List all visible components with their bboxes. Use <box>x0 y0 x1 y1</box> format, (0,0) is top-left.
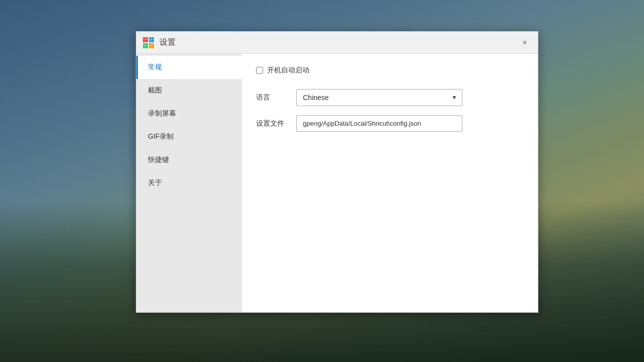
sidebar-item-screenshot[interactable]: 截图 <box>136 79 242 102</box>
sidebar-item-general[interactable]: 常规 <box>136 56 242 79</box>
close-button[interactable]: × <box>518 36 532 50</box>
main-panel: 开机自动启动 语言 Chinese English 日本語 한국어 ▼ <box>242 54 538 312</box>
autostart-row: 开机自动启动 <box>256 66 524 75</box>
language-row: 语言 Chinese English 日本語 한국어 ▼ <box>256 89 524 106</box>
app-icon <box>142 37 154 49</box>
language-control: Chinese English 日本語 한국어 ▼ <box>296 89 524 106</box>
dialog-content: 常规 截图 录制屏幕 GIF录制 快捷键 关于 开机自动启动 <box>136 54 538 312</box>
config-label: 设置文件 <box>256 119 296 128</box>
dialog-title: 设置 <box>159 37 518 48</box>
sidebar-item-screen-record[interactable]: 录制屏幕 <box>136 102 242 125</box>
sidebar-item-shortcuts[interactable]: 快捷键 <box>136 148 242 171</box>
config-control <box>296 115 524 132</box>
autostart-checkbox[interactable] <box>256 67 263 74</box>
sidebar-item-about[interactable]: 关于 <box>136 171 242 195</box>
svg-rect-7 <box>149 39 154 40</box>
titlebar: 设置 × <box>136 32 538 54</box>
language-select-wrapper: Chinese English 日本語 한국어 ▼ <box>296 89 462 106</box>
language-label: 语言 <box>256 93 296 102</box>
svg-rect-5 <box>143 39 148 40</box>
settings-dialog: 设置 × 常规 截图 录制屏幕 GIF录制 快捷键 关于 <box>136 31 538 313</box>
sidebar-item-gif-record[interactable]: GIF录制 <box>136 125 242 148</box>
config-file-row: 设置文件 <box>256 115 524 132</box>
svg-rect-11 <box>149 45 154 46</box>
autostart-label[interactable]: 开机自动启动 <box>267 66 309 75</box>
config-file-input[interactable] <box>296 115 462 132</box>
svg-rect-9 <box>143 45 148 46</box>
sidebar: 常规 截图 录制屏幕 GIF录制 快捷键 关于 <box>136 54 242 312</box>
language-select[interactable]: Chinese English 日本語 한국어 <box>296 89 462 106</box>
